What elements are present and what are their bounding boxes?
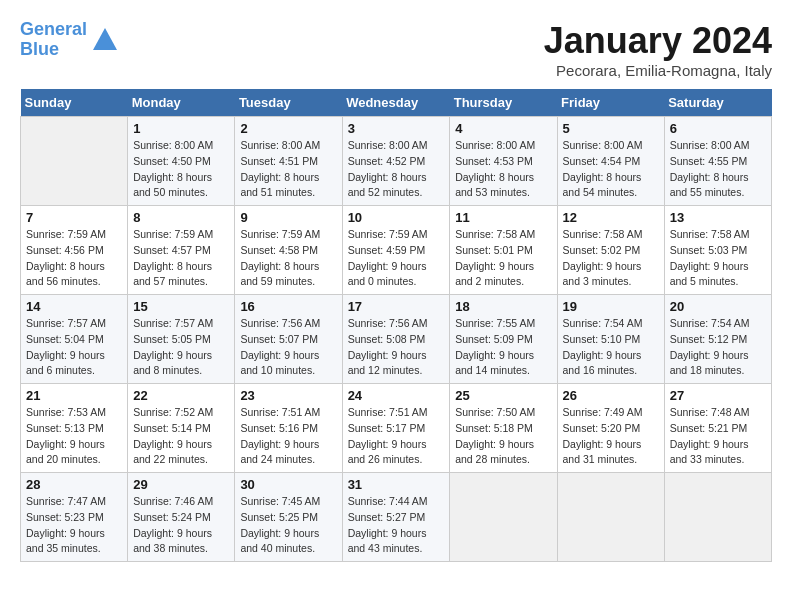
header-friday: Friday	[557, 89, 664, 117]
calendar-cell: 20Sunrise: 7:54 AMSunset: 5:12 PMDayligh…	[664, 295, 771, 384]
calendar-cell: 30Sunrise: 7:45 AMSunset: 5:25 PMDayligh…	[235, 473, 342, 562]
day-info: Sunrise: 7:55 AMSunset: 5:09 PMDaylight:…	[455, 316, 551, 379]
calendar-cell: 14Sunrise: 7:57 AMSunset: 5:04 PMDayligh…	[21, 295, 128, 384]
day-number: 12	[563, 210, 659, 225]
calendar-cell: 24Sunrise: 7:51 AMSunset: 5:17 PMDayligh…	[342, 384, 450, 473]
day-info: Sunrise: 8:00 AMSunset: 4:54 PMDaylight:…	[563, 138, 659, 201]
logo-blue: Blue	[20, 39, 59, 59]
day-number: 20	[670, 299, 766, 314]
day-number: 26	[563, 388, 659, 403]
day-info: Sunrise: 7:59 AMSunset: 4:56 PMDaylight:…	[26, 227, 122, 290]
day-number: 23	[240, 388, 336, 403]
week-row-2: 14Sunrise: 7:57 AMSunset: 5:04 PMDayligh…	[21, 295, 772, 384]
day-info: Sunrise: 7:58 AMSunset: 5:01 PMDaylight:…	[455, 227, 551, 290]
day-number: 1	[133, 121, 229, 136]
day-number: 7	[26, 210, 122, 225]
day-info: Sunrise: 7:57 AMSunset: 5:04 PMDaylight:…	[26, 316, 122, 379]
day-number: 9	[240, 210, 336, 225]
calendar-cell: 1Sunrise: 8:00 AMSunset: 4:50 PMDaylight…	[128, 117, 235, 206]
day-number: 4	[455, 121, 551, 136]
day-number: 19	[563, 299, 659, 314]
day-info: Sunrise: 7:53 AMSunset: 5:13 PMDaylight:…	[26, 405, 122, 468]
logo-icon	[91, 26, 119, 54]
day-info: Sunrise: 7:59 AMSunset: 4:59 PMDaylight:…	[348, 227, 445, 290]
day-number: 11	[455, 210, 551, 225]
day-number: 2	[240, 121, 336, 136]
day-number: 25	[455, 388, 551, 403]
header-tuesday: Tuesday	[235, 89, 342, 117]
day-info: Sunrise: 7:56 AMSunset: 5:08 PMDaylight:…	[348, 316, 445, 379]
day-info: Sunrise: 7:59 AMSunset: 4:58 PMDaylight:…	[240, 227, 336, 290]
calendar-cell: 23Sunrise: 7:51 AMSunset: 5:16 PMDayligh…	[235, 384, 342, 473]
day-info: Sunrise: 8:00 AMSunset: 4:50 PMDaylight:…	[133, 138, 229, 201]
day-info: Sunrise: 7:47 AMSunset: 5:23 PMDaylight:…	[26, 494, 122, 557]
calendar-cell: 3Sunrise: 8:00 AMSunset: 4:52 PMDaylight…	[342, 117, 450, 206]
calendar-cell: 7Sunrise: 7:59 AMSunset: 4:56 PMDaylight…	[21, 206, 128, 295]
header-saturday: Saturday	[664, 89, 771, 117]
calendar-body: 1Sunrise: 8:00 AMSunset: 4:50 PMDaylight…	[21, 117, 772, 562]
day-number: 18	[455, 299, 551, 314]
logo: General Blue	[20, 20, 119, 60]
day-info: Sunrise: 7:56 AMSunset: 5:07 PMDaylight:…	[240, 316, 336, 379]
day-info: Sunrise: 7:59 AMSunset: 4:57 PMDaylight:…	[133, 227, 229, 290]
header-row: SundayMondayTuesdayWednesdayThursdayFrid…	[21, 89, 772, 117]
day-info: Sunrise: 7:57 AMSunset: 5:05 PMDaylight:…	[133, 316, 229, 379]
calendar-cell: 10Sunrise: 7:59 AMSunset: 4:59 PMDayligh…	[342, 206, 450, 295]
svg-marker-0	[93, 28, 117, 50]
day-number: 17	[348, 299, 445, 314]
location: Pecorara, Emilia-Romagna, Italy	[544, 62, 772, 79]
title-block: January 2024 Pecorara, Emilia-Romagna, I…	[544, 20, 772, 79]
calendar-cell	[557, 473, 664, 562]
week-row-0: 1Sunrise: 8:00 AMSunset: 4:50 PMDaylight…	[21, 117, 772, 206]
header-wednesday: Wednesday	[342, 89, 450, 117]
calendar-cell: 8Sunrise: 7:59 AMSunset: 4:57 PMDaylight…	[128, 206, 235, 295]
calendar-cell	[664, 473, 771, 562]
week-row-1: 7Sunrise: 7:59 AMSunset: 4:56 PMDaylight…	[21, 206, 772, 295]
logo-general: General	[20, 19, 87, 39]
calendar-cell: 29Sunrise: 7:46 AMSunset: 5:24 PMDayligh…	[128, 473, 235, 562]
calendar-cell: 11Sunrise: 7:58 AMSunset: 5:01 PMDayligh…	[450, 206, 557, 295]
calendar-cell: 28Sunrise: 7:47 AMSunset: 5:23 PMDayligh…	[21, 473, 128, 562]
day-number: 3	[348, 121, 445, 136]
header-sunday: Sunday	[21, 89, 128, 117]
day-info: Sunrise: 7:50 AMSunset: 5:18 PMDaylight:…	[455, 405, 551, 468]
day-number: 27	[670, 388, 766, 403]
calendar-cell: 18Sunrise: 7:55 AMSunset: 5:09 PMDayligh…	[450, 295, 557, 384]
day-info: Sunrise: 7:58 AMSunset: 5:02 PMDaylight:…	[563, 227, 659, 290]
day-info: Sunrise: 7:52 AMSunset: 5:14 PMDaylight:…	[133, 405, 229, 468]
day-number: 21	[26, 388, 122, 403]
day-number: 31	[348, 477, 445, 492]
day-number: 22	[133, 388, 229, 403]
day-number: 14	[26, 299, 122, 314]
day-info: Sunrise: 7:54 AMSunset: 5:12 PMDaylight:…	[670, 316, 766, 379]
day-info: Sunrise: 7:45 AMSunset: 5:25 PMDaylight:…	[240, 494, 336, 557]
day-number: 30	[240, 477, 336, 492]
calendar-cell: 26Sunrise: 7:49 AMSunset: 5:20 PMDayligh…	[557, 384, 664, 473]
day-info: Sunrise: 7:58 AMSunset: 5:03 PMDaylight:…	[670, 227, 766, 290]
calendar-cell: 9Sunrise: 7:59 AMSunset: 4:58 PMDaylight…	[235, 206, 342, 295]
month-title: January 2024	[544, 20, 772, 62]
calendar-cell: 6Sunrise: 8:00 AMSunset: 4:55 PMDaylight…	[664, 117, 771, 206]
day-number: 15	[133, 299, 229, 314]
calendar-cell: 19Sunrise: 7:54 AMSunset: 5:10 PMDayligh…	[557, 295, 664, 384]
calendar-cell: 4Sunrise: 8:00 AMSunset: 4:53 PMDaylight…	[450, 117, 557, 206]
day-info: Sunrise: 8:00 AMSunset: 4:55 PMDaylight:…	[670, 138, 766, 201]
calendar-cell: 22Sunrise: 7:52 AMSunset: 5:14 PMDayligh…	[128, 384, 235, 473]
day-number: 10	[348, 210, 445, 225]
day-info: Sunrise: 7:54 AMSunset: 5:10 PMDaylight:…	[563, 316, 659, 379]
calendar-cell: 16Sunrise: 7:56 AMSunset: 5:07 PMDayligh…	[235, 295, 342, 384]
header-monday: Monday	[128, 89, 235, 117]
day-info: Sunrise: 7:44 AMSunset: 5:27 PMDaylight:…	[348, 494, 445, 557]
calendar-cell: 5Sunrise: 8:00 AMSunset: 4:54 PMDaylight…	[557, 117, 664, 206]
calendar-cell: 13Sunrise: 7:58 AMSunset: 5:03 PMDayligh…	[664, 206, 771, 295]
day-number: 16	[240, 299, 336, 314]
calendar-cell: 15Sunrise: 7:57 AMSunset: 5:05 PMDayligh…	[128, 295, 235, 384]
day-info: Sunrise: 7:51 AMSunset: 5:17 PMDaylight:…	[348, 405, 445, 468]
day-number: 5	[563, 121, 659, 136]
header-thursday: Thursday	[450, 89, 557, 117]
day-info: Sunrise: 8:00 AMSunset: 4:53 PMDaylight:…	[455, 138, 551, 201]
day-number: 29	[133, 477, 229, 492]
page-header: General Blue January 2024 Pecorara, Emil…	[20, 20, 772, 79]
calendar-cell: 25Sunrise: 7:50 AMSunset: 5:18 PMDayligh…	[450, 384, 557, 473]
week-row-4: 28Sunrise: 7:47 AMSunset: 5:23 PMDayligh…	[21, 473, 772, 562]
